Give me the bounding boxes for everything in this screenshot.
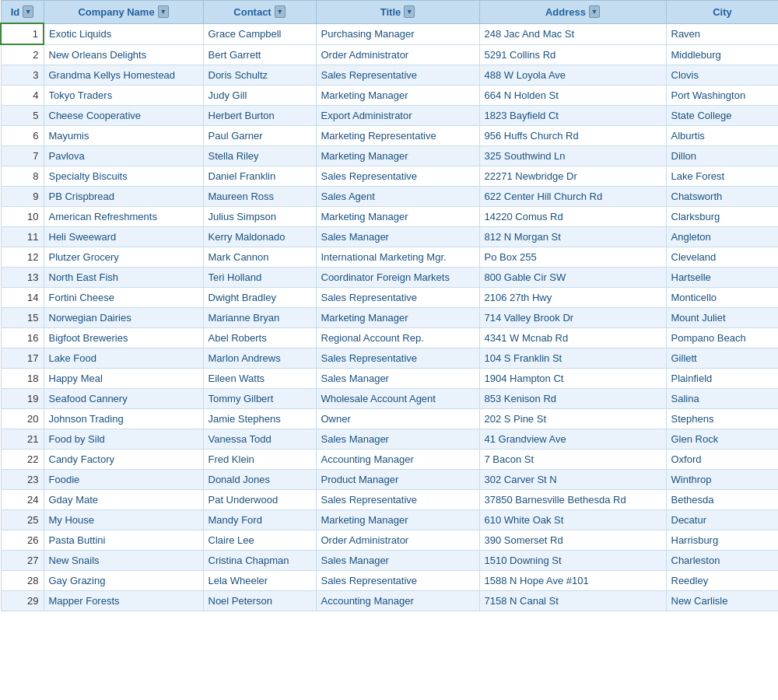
cell-id: 27 (1, 551, 44, 571)
cell-city: State College (666, 106, 778, 126)
cell-company: Plutzer Grocery (44, 247, 203, 268)
cell-contact: Donald Jones (203, 470, 316, 490)
cell-title: Marketing Manager (316, 308, 479, 328)
table-row[interactable]: 9PB CrispbreadMaureen RossSales Agent622… (1, 187, 778, 207)
cell-contact: Marianne Bryan (203, 308, 316, 328)
cell-address: 302 Carver St N (479, 470, 666, 490)
cell-address: 14220 Comus Rd (479, 207, 666, 227)
table-row[interactable]: 10American RefreshmentsJulius SimpsonMar… (1, 207, 778, 227)
cell-address: 7158 N Canal St (479, 591, 666, 611)
cell-address: 7 Bacon St (479, 450, 666, 470)
cell-id: 23 (1, 470, 44, 490)
col-company-label: Company Name (78, 6, 154, 18)
table-row[interactable]: 25My HouseMandy FordMarketing Manager610… (1, 510, 778, 530)
table-row[interactable]: 2New Orleans DelightsBert GarrettOrder A… (1, 44, 778, 65)
cell-company: Food by Sild (44, 429, 203, 450)
cell-id: 14 (1, 288, 44, 308)
cell-contact: Vanessa Todd (203, 429, 316, 450)
col-header-address: Address ▼ (479, 1, 666, 24)
cell-address: 714 Valley Brook Dr (479, 308, 666, 328)
table-row[interactable]: 6MayumisPaul GarnerMarketing Representat… (1, 126, 778, 146)
cell-company: Bigfoot Breweries (44, 328, 203, 348)
table-row[interactable]: 4Tokyo TradersJudy GillMarketing Manager… (1, 86, 778, 106)
cell-title: Marketing Representative (316, 126, 479, 146)
table-row[interactable]: 7PavlovaStella RileyMarketing Manager325… (1, 146, 778, 166)
table-row[interactable]: 27New SnailsCristina ChapmanSales Manage… (1, 551, 778, 571)
cell-city: Harrisburg (666, 530, 778, 551)
table-row[interactable]: 12Plutzer GroceryMark CannonInternationa… (1, 247, 778, 268)
cell-contact: Judy Gill (203, 86, 316, 106)
col-address-sort-btn[interactable]: ▼ (589, 5, 600, 18)
cell-id: 6 (1, 126, 44, 146)
cell-city: Plainfield (666, 369, 778, 389)
table-row[interactable]: 8Specialty BiscuitsDaniel FranklinSales … (1, 166, 778, 187)
cell-contact: Herbert Burton (203, 106, 316, 126)
cell-id: 5 (1, 106, 44, 126)
cell-contact: Mark Cannon (203, 247, 316, 268)
table-row[interactable]: 3Grandma Kellys HomesteadDoris SchultzSa… (1, 65, 778, 86)
cell-company: North East Fish (44, 268, 203, 288)
table-row[interactable]: 23FoodieDonald JonesProduct Manager302 C… (1, 470, 778, 490)
cell-title: Sales Representative (316, 348, 479, 369)
table-row[interactable]: 28Gay GrazingLela WheelerSales Represent… (1, 571, 778, 591)
cell-title: Sales Manager (316, 369, 479, 389)
cell-address: 202 S Pine St (479, 409, 666, 429)
data-table: Id ▼ Company Name ▼ Contact ▼ (0, 0, 778, 611)
cell-address: 390 Somerset Rd (479, 530, 666, 551)
cell-id: 21 (1, 429, 44, 450)
cell-contact: Dwight Bradley (203, 288, 316, 308)
cell-address: 488 W Loyola Ave (479, 65, 666, 86)
table-row[interactable]: 20Johnson TradingJamie StephensOwner202 … (1, 409, 778, 429)
table-row[interactable]: 14Fortini CheeseDwight BradleySales Repr… (1, 288, 778, 308)
cell-address: 853 Kenison Rd (479, 389, 666, 409)
table-row[interactable]: 13North East FishTeri HollandCoordinator… (1, 268, 778, 288)
col-contact-sort-btn[interactable]: ▼ (275, 5, 286, 18)
cell-city: Port Washington (666, 86, 778, 106)
cell-id: 16 (1, 328, 44, 348)
cell-address: 610 White Oak St (479, 510, 666, 530)
cell-company: PB Crispbread (44, 187, 203, 207)
table-row[interactable]: 15Norwegian DairiesMarianne BryanMarketi… (1, 308, 778, 328)
cell-id: 28 (1, 571, 44, 591)
table-row[interactable]: 21Food by SildVanessa ToddSales Manager4… (1, 429, 778, 450)
table-row[interactable]: 29Mapper ForestsNoel PetersonAccounting … (1, 591, 778, 611)
col-id-sort-btn[interactable]: ▼ (23, 5, 33, 18)
cell-city: Stephens (666, 409, 778, 429)
cell-id: 4 (1, 86, 44, 106)
table-row[interactable]: 17Lake FoodMarlon AndrewsSales Represent… (1, 348, 778, 369)
table-row[interactable]: 19Seafood CanneryTommy GilbertWholesale … (1, 389, 778, 409)
cell-city: Oxford (666, 450, 778, 470)
cell-contact: Pat Underwood (203, 490, 316, 510)
cell-company: Lake Food (44, 348, 203, 369)
cell-title: Product Manager (316, 470, 479, 490)
cell-city: Mount Juliet (666, 308, 778, 328)
cell-city: Clarksburg (666, 207, 778, 227)
table-row[interactable]: 18Happy MealEileen WattsSales Manager190… (1, 369, 778, 389)
col-header-id: Id ▼ (1, 1, 44, 24)
cell-id: 18 (1, 369, 44, 389)
cell-title: Accounting Manager (316, 591, 479, 611)
table-row[interactable]: 11Heli SweewardKerry MaldonadoSales Mana… (1, 227, 778, 247)
table-row[interactable]: 24Gday MatePat UnderwoodSales Representa… (1, 490, 778, 510)
col-title-sort-btn[interactable]: ▼ (404, 5, 415, 18)
cell-title: Sales Representative (316, 288, 479, 308)
cell-address: 325 Southwind Ln (479, 146, 666, 166)
cell-city: Salina (666, 389, 778, 409)
cell-id: 17 (1, 348, 44, 369)
table-row[interactable]: 22Candy FactoryFred KleinAccounting Mana… (1, 450, 778, 470)
cell-title: Marketing Manager (316, 510, 479, 530)
table-row[interactable]: 26Pasta ButtiniClaire LeeOrder Administr… (1, 530, 778, 551)
table-row[interactable]: 5Cheese CooperativeHerbert BurtonExport … (1, 106, 778, 126)
cell-title: Coordinator Foreign Markets (316, 268, 479, 288)
cell-title: Regional Account Rep. (316, 328, 479, 348)
cell-address: 622 Center Hill Church Rd (479, 187, 666, 207)
table-row[interactable]: 1Exotic LiquidsGrace CampbellPurchasing … (1, 23, 778, 44)
cell-company: Grandma Kellys Homestead (44, 65, 203, 86)
col-header-title: Title ▼ (316, 1, 479, 24)
col-company-sort-btn[interactable]: ▼ (158, 5, 169, 18)
cell-id: 15 (1, 308, 44, 328)
table-row[interactable]: 16Bigfoot BreweriesAbel RobertsRegional … (1, 328, 778, 348)
cell-company: Heli Sweeward (44, 227, 203, 247)
cell-title: Sales Manager (316, 429, 479, 450)
cell-company: American Refreshments (44, 207, 203, 227)
